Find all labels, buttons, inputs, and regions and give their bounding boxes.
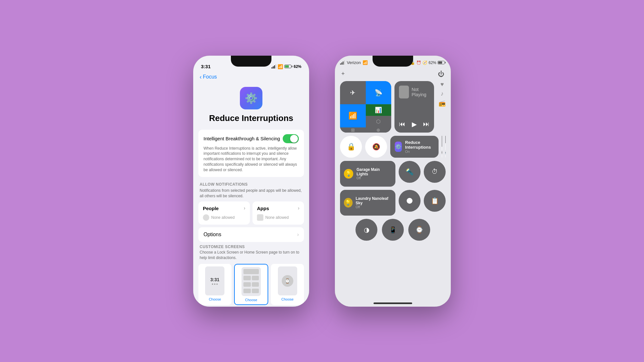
notch [231, 56, 271, 67]
play-pause-icon[interactable]: ▶ [412, 120, 417, 128]
garage-light-status: Off [356, 176, 392, 180]
lock-screen-preview[interactable]: 3:31 Choose [198, 264, 232, 305]
laundry-light-name: Laundry Nanoleaf Sky [356, 196, 392, 206]
add-control-icon[interactable]: + [341, 70, 345, 78]
laundry-light-status: Off [356, 205, 392, 209]
watch-thumb: ⌚ [278, 266, 297, 295]
brightness-icon: ☀ [442, 150, 442, 155]
cc-battery-pct: 62% [429, 60, 436, 65]
battery-pct: 62% [294, 64, 301, 69]
now-playing-top: Not Playing [399, 86, 430, 98]
rewind-icon[interactable]: ⏮ [399, 120, 405, 128]
fast-forward-icon[interactable]: ⏭ [423, 120, 430, 128]
signal-icon [271, 64, 276, 69]
status-time: 3:31 [201, 64, 211, 69]
cc-wifi-icon: 📶 [363, 60, 368, 65]
lock-screen-thumb: 3:31 [205, 266, 224, 295]
screen-record-button[interactable] [399, 190, 421, 212]
laundry-light-tile[interactable]: 💡 Laundry Nanoleaf Sky Off [340, 190, 395, 216]
cc-alarm-icon: ⏰ [416, 60, 421, 65]
cc-row-4: 💡 Laundry Nanoleaf Sky Off 📋 [340, 190, 446, 216]
remote-button[interactable]: 📱 [382, 219, 404, 241]
cc-row-3: 💡 Garage Main Lights Off 🔦 ⏱ [340, 161, 446, 187]
people-label: People [203, 206, 219, 211]
chevron-left-icon: ‹ [200, 74, 202, 80]
airplane-mode-button[interactable]: ✈ [340, 81, 366, 104]
focus-tile-icon: ⚙️ [395, 142, 402, 152]
screen-mirror-button[interactable]: ⊞ [340, 127, 366, 133]
hotspot-button[interactable]: 📡 [366, 81, 392, 104]
garage-light-tile[interactable]: 💡 Garage Main Lights Off [340, 161, 395, 187]
lock-screen-label: Choose [209, 297, 221, 301]
customize-header: CUSTOMIZE SCREENS [200, 245, 304, 249]
focus-tile-status: On [405, 150, 434, 153]
quick-note-button[interactable]: 📋 [424, 190, 446, 212]
battery-icon [284, 65, 292, 68]
cc-status-left: Verizon 📶 [340, 60, 368, 65]
page-title: Reduce Interruptions [198, 113, 304, 123]
cc-carrier: Verizon [347, 60, 361, 65]
settings-screen: 3:31 📶 62% ‹ [193, 56, 309, 307]
timer-icon: ⏱ [431, 168, 438, 175]
apps-card[interactable]: Apps › None allowed [252, 201, 304, 225]
toggle-label: Intelligent Breakthrough & Silencing [204, 136, 280, 141]
watch-label: Choose [281, 297, 294, 301]
volume-slider[interactable]: 🔊 [445, 136, 446, 158]
dark-mode-button[interactable]: ◑ [355, 219, 377, 241]
cellular-button[interactable]: 📊 [366, 104, 392, 116]
screen-rotation-button[interactable]: 🔒 [340, 136, 362, 158]
now-playing-block[interactable]: Not Playing ⏮ ▶ ⏭ [394, 81, 434, 133]
back-button[interactable]: ‹ Focus [200, 74, 217, 80]
people-card[interactable]: People › None allowed [198, 201, 250, 225]
apps-sub: None allowed [257, 214, 299, 221]
cc-main-grid: ✈ 📡 📶 📊 [335, 81, 451, 241]
garage-light-icon: 💡 [344, 169, 353, 179]
now-playing-thumbnail [399, 86, 409, 98]
cc-row-2: 🔒 🔕 ⚙️ Reduce Interruptions On [340, 136, 446, 158]
phone-settings: 3:31 📶 62% ‹ [193, 56, 309, 307]
phone-control-center: Verizon 📶 🔒 ⏰ 🧭 62% + ⏻ [335, 56, 451, 307]
cc-notch [373, 56, 413, 67]
status-icons: 📶 62% [271, 64, 301, 69]
bluetooth-button[interactable]: ⬡ [366, 116, 392, 127]
flashlight-button[interactable]: 🔦 [399, 161, 421, 183]
airdrop-button[interactable]: ⊕ [366, 127, 392, 133]
home-screen-thumb [242, 267, 261, 296]
brightness-slider[interactable]: ☀ [442, 136, 442, 158]
intelligent-toggle[interactable] [283, 134, 299, 143]
people-none-label: None allowed [211, 215, 235, 220]
connectivity-block: ✈ 📡 📶 📊 [340, 81, 391, 133]
cc-right-icons: ♥ ♪ 📻 [437, 81, 446, 107]
screen-content: ⚙️ Reduce Interruptions Intelligent Brea… [193, 84, 309, 307]
laundry-light-icon: 💡 [344, 198, 353, 208]
watch-faces-button[interactable]: ⌚ [408, 219, 430, 241]
playback-controls: ⏮ ▶ ⏭ [399, 120, 430, 128]
cc-compass-icon: 🧭 [422, 60, 427, 65]
remote-icon: 📱 [389, 226, 397, 234]
apps-label: Apps [257, 206, 269, 211]
toggle-row: Intelligent Breakthrough & Silencing [204, 134, 299, 143]
toggle-knob [290, 135, 298, 143]
focus-tile[interactable]: ⚙️ Reduce Interruptions On [390, 136, 439, 158]
back-label: Focus [203, 74, 217, 80]
record-icon [407, 198, 412, 204]
flashlight-icon: 🔦 [406, 168, 414, 176]
watch-preview[interactable]: ⌚ Choose [271, 264, 304, 305]
options-row[interactable]: Options › [198, 227, 304, 242]
wifi-button[interactable]: 📶 [340, 104, 366, 127]
cc-power-icon[interactable]: ⏻ [438, 70, 444, 78]
customize-desc: Choose a Lock Screen or Home Screen page… [198, 250, 304, 261]
nav-bar: ‹ Focus [193, 72, 309, 84]
heart-icon: ♥ [440, 81, 444, 88]
rotation-lock-icon: 🔒 [347, 143, 355, 151]
home-screen-preview[interactable]: Choose [234, 264, 269, 305]
music-note-icon: ♪ [441, 90, 444, 97]
do-not-disturb-button[interactable]: 🔕 [365, 136, 387, 158]
focus-tile-text: Reduce Interruptions On [405, 140, 434, 153]
people-header: People › [203, 205, 245, 211]
watch-icon: ⌚ [415, 226, 423, 234]
timer-button[interactable]: ⏱ [424, 161, 446, 183]
home-bar [374, 302, 412, 304]
allow-section-desc: Notifications from selected people and a… [198, 188, 304, 199]
home-screen-label: Choose [245, 298, 257, 302]
